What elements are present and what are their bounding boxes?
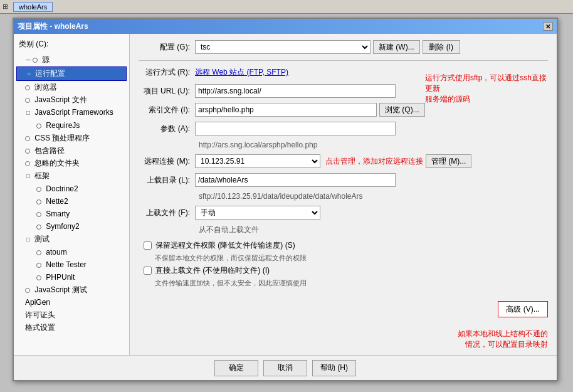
index-file-label: 索引文件 (I): [139,105,195,115]
url-display: http://ars.sng.local/arsphp/hello.php [199,139,317,151]
sidebar-item-nette-tester[interactable]: Nette Tester [16,258,127,271]
manage-button[interactable]: 管理 (M)... [426,154,471,168]
sidebar-item-include-path[interactable]: 包含路径 [16,144,127,157]
remote-conn-label: 远程连接 (M): [139,156,195,167]
browse-button[interactable]: 浏览 (Q)... [379,103,425,117]
index-file-input[interactable] [195,103,377,117]
project-url-input[interactable] [195,84,396,98]
close-button[interactable]: ✕ [543,22,553,31]
upload-dir-input[interactable] [195,173,396,187]
left-panel: 类别 (C): ─ 源 ○ 运行配置 浏览器 JavaScript 文件 □ J… [14,34,130,355]
sidebar-item-browser[interactable]: 浏览器 [16,81,127,93]
params-label: 参数 (A): [139,124,195,134]
project-url-label: 项目 URL (U): [139,86,195,97]
help-button[interactable]: 帮助 (H) [312,360,356,376]
checkbox-keep-permissions-label: 保留远程文件权限 (降低文件传输速度) (S) [155,240,295,251]
checkbox-direct-upload-row: 直接上载文件 (不使用临时文件) (I) [139,265,548,276]
config-row: 配置 (G): tsc 新建 (W)... 删除 (I) [139,40,548,54]
checkbox-direct-upload-label: 直接上载文件 (不使用临时文件) (I) [155,265,270,276]
remote-conn-row: 远程连接 (M): 10.123.25.91 点击管理，添加对应远程连接 管理 … [139,154,548,168]
run-mode-row: 运行方式 (R): 远程 Web 站点 (FTP, SFTP) 运行方式使用sf… [139,66,548,79]
ok-button[interactable]: 确定 [214,360,258,376]
config-label: 配置 (G): [139,42,195,53]
new-config-button[interactable]: 新建 (W)... [373,40,420,54]
checkbox-direct-upload-sub: 文件传输速度加快，但不太安全，因此应谨慎使用 [139,278,548,288]
upload-file-row: 上载文件 (F): 手动 自动 [139,206,548,220]
checkbox-keep-permissions-row: 保留远程文件权限 (降低文件传输速度) (S) [139,240,548,251]
sidebar-item-yuan[interactable]: ─ 源 [16,53,127,66]
config-select[interactable]: tsc [195,40,371,54]
bottom-annotation: 如果本地和线上结构不通的 情况，可以配置目录映射 [458,329,548,350]
run-mode-annotation: 运行方式使用sftp，可以通过ssh直接更新服务端的源码 [425,73,550,104]
upload-dir-row: 上载目录 (L): [139,173,548,187]
remote-conn-annotation: 点击管理，添加对应远程连接 [325,156,423,167]
sidebar-item-apigen[interactable]: ApiGen [16,296,127,309]
sidebar-item-phpunit[interactable]: PHPUnit [16,271,127,283]
properties-dialog: 项目属性 - wholeArs ✕ 类别 (C): ─ 源 ○ 运行配置 浏览器… [13,18,558,381]
checkbox-keep-permissions[interactable] [144,241,152,250]
sidebar-item-js-files[interactable]: JavaScript 文件 [16,93,127,106]
params-row: 参数 (A): [139,122,548,135]
dialog-titlebar: 项目属性 - wholeArs ✕ [14,19,557,34]
upload-sub-text: 从不自动上载文件 [199,225,259,234]
remote-conn-select[interactable]: 10.123.25.91 [195,154,320,168]
sidebar-item-nette2[interactable]: Nette2 [16,195,127,208]
sidebar-item-ignore-folder[interactable]: 忽略的文件夹 [16,157,127,169]
params-input[interactable] [195,122,396,135]
top-bar: ⊞ wholeArs [0,0,573,14]
advanced-area: 高级 (V)... [498,301,548,317]
sftp-path-display: sftp://10.123.25.91/data/ideupdate/data/… [199,191,363,203]
checkbox-keep-permissions-sub: 不保留本地文件的权限，而仅保留远程文件的权限 [139,253,548,263]
sidebar-item-format[interactable]: 格式设置 [16,321,127,334]
sidebar-item-smarty[interactable]: Smarty [16,208,127,220]
checkbox-direct-upload[interactable] [144,267,152,275]
delete-config-button[interactable]: 删除 (I) [423,40,460,54]
category-label: 类别 (C): [16,39,127,50]
run-mode-label: 运行方式 (R): [139,67,195,78]
sidebar-item-test[interactable]: □ 测试 [16,233,127,246]
dialog-title: 项目属性 - wholeArs [18,21,88,32]
sidebar-item-atoum[interactable]: atoum [16,246,127,258]
advanced-button[interactable]: 高级 (V)... [498,301,548,317]
sidebar-item-css-preprocessor[interactable]: CSS 预处理程序 [16,132,127,144]
sidebar-item-license[interactable]: 许可证头 [16,309,127,321]
index-file-row: 索引文件 (I): 浏览 (Q)... [139,103,548,117]
sidebar-item-doctrine2[interactable]: Doctrine2 [16,183,127,195]
upload-file-label: 上载文件 (F): [139,208,195,218]
upload-file-select[interactable]: 手动 自动 [195,206,320,220]
upload-dir-label: 上载目录 (L): [139,175,195,186]
sidebar-item-requirejs[interactable]: RequireJs [16,119,127,132]
sidebar-item-symfony2[interactable]: Symfony2 [16,220,127,233]
right-panel: 配置 (G): tsc 新建 (W)... 删除 (I) 运行方式 (R): 远… [130,34,557,355]
top-tab[interactable]: wholeArs [13,2,53,12]
dialog-footer: 确定 取消 帮助 (H) [14,355,557,380]
sidebar-item-js-test[interactable]: JavaScript 测试 [16,283,127,296]
sidebar-item-js-frameworks[interactable]: □ JavaScript Frameworks [16,106,127,119]
sidebar-item-framework[interactable]: □ 框架 [16,169,127,183]
cancel-button[interactable]: 取消 [263,360,307,376]
dialog-content: 类别 (C): ─ 源 ○ 运行配置 浏览器 JavaScript 文件 □ J… [14,34,557,355]
sidebar-item-run-config[interactable]: ○ 运行配置 [16,66,127,81]
